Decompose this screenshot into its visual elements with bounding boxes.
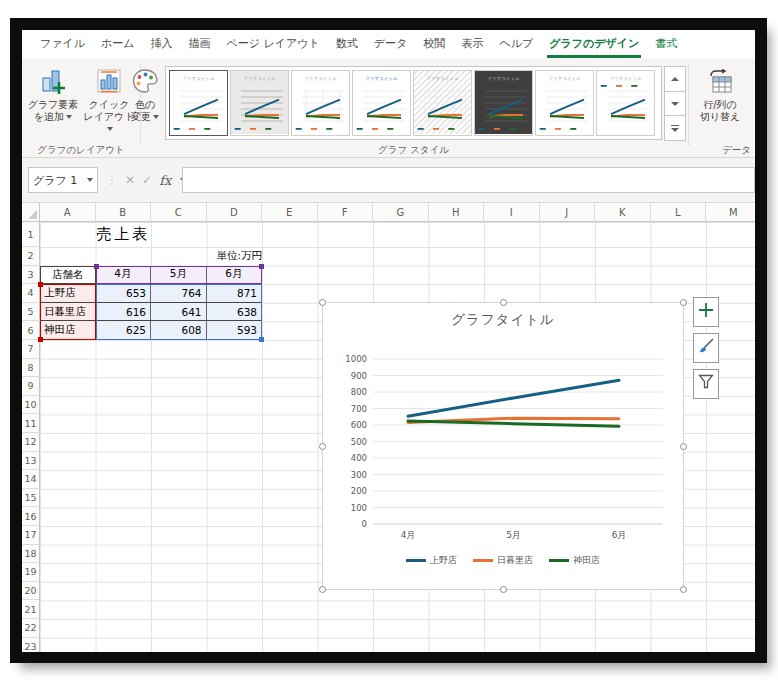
tab-校閲[interactable]: 校閲 <box>415 30 453 58</box>
chart-selection-handle[interactable] <box>680 299 687 306</box>
column-header-C[interactable]: C <box>151 203 207 222</box>
formula-input[interactable] <box>182 167 755 193</box>
triangle-up-icon <box>671 77 679 81</box>
chart-legend[interactable]: 上野店日暮里店神田店 <box>323 554 683 567</box>
column-header-K[interactable]: K <box>595 203 651 222</box>
chart-style-thumbnail-8[interactable]: グラフタイトル <box>596 70 655 136</box>
column-header-L[interactable]: L <box>651 203 707 222</box>
chart-title[interactable]: グラフタイトル <box>323 311 683 329</box>
row-header-10[interactable]: 10 <box>22 396 40 415</box>
button-label: 色の <box>135 99 155 111</box>
select-all-corner[interactable] <box>22 203 40 222</box>
column-header-I[interactable]: I <box>484 203 540 222</box>
tab-ホーム[interactable]: ホーム <box>93 30 143 58</box>
svg-text:6月: 6月 <box>612 530 627 540</box>
value-cell: 638 <box>207 303 263 322</box>
row-header-3[interactable]: 3 <box>22 266 40 285</box>
tab-データ[interactable]: データ <box>366 30 416 58</box>
row-header-20[interactable]: 20 <box>22 582 40 601</box>
chart-styles-brush-button[interactable] <box>693 333 719 363</box>
row-header-19[interactable]: 19 <box>22 563 40 582</box>
chart-selection-handle[interactable] <box>319 299 326 306</box>
tab-ヘルプ[interactable]: ヘルプ <box>491 30 541 58</box>
chart-style-thumbnail-6[interactable]: グラフタイトル <box>474 70 533 136</box>
row-header-1[interactable]: 1 <box>22 222 40 247</box>
table-header-store: 店舗名 <box>40 266 96 285</box>
gallery-more-button[interactable] <box>664 115 686 141</box>
chart-selection-handle[interactable] <box>500 299 507 306</box>
chart-selection-handle[interactable] <box>500 586 507 593</box>
row-header-11[interactable]: 11 <box>22 414 40 433</box>
row-header-16[interactable]: 16 <box>22 507 40 526</box>
insert-function-icon[interactable]: fx <box>159 173 171 188</box>
row-header-15[interactable]: 15 <box>22 489 40 508</box>
chart-style-thumbnail-3[interactable]: グラフタイトル <box>291 70 350 136</box>
chart-elements-plus-button[interactable] <box>693 297 719 327</box>
row-header-12[interactable]: 12 <box>22 433 40 452</box>
store-name-cell: 日暮里店 <box>40 303 96 322</box>
row-header-5[interactable]: 5 <box>22 303 40 322</box>
row-header-8[interactable]: 8 <box>22 359 40 378</box>
tab-数式[interactable]: 数式 <box>328 30 366 58</box>
chart-style-thumbnail-1[interactable]: グラフタイトル <box>169 70 228 136</box>
column-header-M[interactable]: M <box>706 203 755 222</box>
tab-描画[interactable]: 描画 <box>181 30 219 58</box>
chevron-down-icon <box>107 127 113 131</box>
gallery-scroll-up-button[interactable] <box>664 66 686 92</box>
chart-style-thumbnail-2[interactable]: グラフタイトル <box>230 70 289 136</box>
value-cell: 608 <box>151 321 207 340</box>
column-header-D[interactable]: D <box>207 203 263 222</box>
row-header-18[interactable]: 18 <box>22 545 40 564</box>
legend-label: 日暮里店 <box>497 554 533 567</box>
name-box[interactable]: グラフ 1 <box>28 167 98 193</box>
row-header-7[interactable]: 7 <box>22 340 40 359</box>
chart-filters-funnel-button[interactable] <box>693 369 719 399</box>
row-header-4[interactable]: 4 <box>22 284 40 303</box>
tab-挿入[interactable]: 挿入 <box>143 30 181 58</box>
tab-ファイル[interactable]: ファイル <box>32 30 93 58</box>
row-header-22[interactable]: 22 <box>22 619 40 638</box>
svg-text:200: 200 <box>351 486 367 496</box>
column-header-G[interactable]: G <box>373 203 429 222</box>
row-header-21[interactable]: 21 <box>22 600 40 619</box>
row-header-14[interactable]: 14 <box>22 470 40 489</box>
row-header-9[interactable]: 9 <box>22 377 40 396</box>
cancel-icon[interactable]: ✕ <box>125 173 135 187</box>
chart-style-thumbnail-5[interactable]: グラフタイトル <box>413 70 472 136</box>
enter-icon[interactable]: ✓ <box>142 173 152 187</box>
button-label: グラフ要素 <box>28 99 79 111</box>
row-header-13[interactable]: 13 <box>22 452 40 471</box>
column-header-E[interactable]: E <box>262 203 318 222</box>
chart-style-thumbnail-7[interactable]: グラフタイトル <box>535 70 594 136</box>
chart-selection-handle[interactable] <box>680 443 687 450</box>
column-header-H[interactable]: H <box>429 203 485 222</box>
row-header-17[interactable]: 17 <box>22 526 40 545</box>
svg-text:グラフタイトル: グラフタイトル <box>182 76 215 81</box>
switch-row-column-button[interactable]: 行/列の 切り替え <box>692 66 748 123</box>
chart-object[interactable]: 010020030040050060070080090010004月5月6月グラ… <box>322 302 684 590</box>
tab-書式[interactable]: 書式 <box>647 30 685 58</box>
gallery-scroll-down-button[interactable] <box>664 91 686 117</box>
row-header-2[interactable]: 2 <box>22 247 40 266</box>
group-divider <box>688 64 689 146</box>
column-header-J[interactable]: J <box>540 203 596 222</box>
column-header-F[interactable]: F <box>318 203 374 222</box>
triangle-down-icon <box>671 102 679 106</box>
chart-selection-handle[interactable] <box>319 443 326 450</box>
svg-text:100: 100 <box>351 503 367 513</box>
column-header-A[interactable]: A <box>40 203 96 222</box>
row-header-6[interactable]: 6 <box>22 321 40 340</box>
worksheet-grid[interactable]: ABCDEFGHIJKLM123456789101112131415161718… <box>22 203 755 652</box>
row-header-23[interactable]: 23 <box>22 638 40 652</box>
change-colors-button[interactable]: 色の 変更 <box>125 66 165 123</box>
formula-splitter[interactable]: ⋮ <box>106 173 118 187</box>
tab-表示[interactable]: 表示 <box>453 30 491 58</box>
tab-ページ レイアウト[interactable]: ページ レイアウト <box>219 30 328 58</box>
add-chart-element-button[interactable]: グラフ要素 を追加 <box>26 66 80 123</box>
chart-selection-handle[interactable] <box>680 586 687 593</box>
chart-style-thumbnail-4[interactable]: グラフタイトル <box>352 70 411 136</box>
chart-selection-handle[interactable] <box>319 586 326 593</box>
column-header-B[interactable]: B <box>96 203 152 222</box>
tab-グラフのデザイン[interactable]: グラフのデザイン <box>541 30 647 58</box>
button-label: 行/列の <box>703 99 737 111</box>
